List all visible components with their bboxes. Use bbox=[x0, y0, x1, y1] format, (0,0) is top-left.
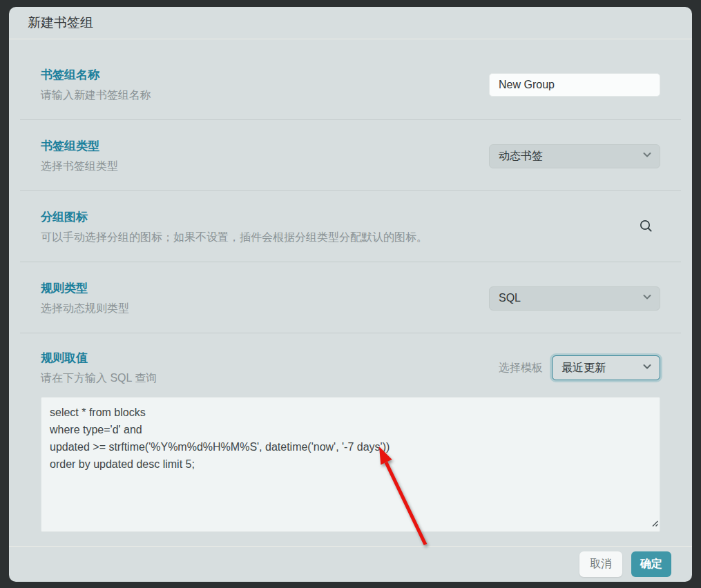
field-row-group-name: 书签组名称 请输入新建书签组名称 bbox=[20, 49, 681, 120]
group-type-select[interactable]: 动态书签 bbox=[489, 144, 660, 168]
sql-query-textarea[interactable]: select * from blocks where type='d' and … bbox=[41, 397, 660, 532]
field-desc-group-icon: 可以手动选择分组的图标；如果不设置，插件会根据分组类型分配默认的图标。 bbox=[41, 231, 619, 245]
chevron-down-icon bbox=[642, 291, 653, 305]
search-icon bbox=[639, 219, 653, 236]
field-label-rule-value: 规则取值 bbox=[41, 350, 482, 366]
dialog-body: 书签组名称 请输入新建书签组名称 书签组类型 选择书签组类型 动态书签 分组图标… bbox=[9, 39, 692, 546]
dialog-title: 新建书签组 bbox=[28, 14, 93, 32]
field-text-rule-type: 规则类型 选择动态规则类型 bbox=[41, 280, 489, 316]
confirm-button[interactable]: 确定 bbox=[631, 551, 671, 577]
group-name-input[interactable] bbox=[489, 73, 660, 97]
field-label-group-type: 书签组类型 bbox=[41, 138, 472, 154]
chevron-down-icon bbox=[642, 361, 653, 375]
field-desc-rule-type: 选择动态规则类型 bbox=[41, 302, 472, 316]
template-picker-label: 选择模板 bbox=[499, 361, 543, 375]
field-desc-group-name: 请输入新建书签组名称 bbox=[41, 88, 472, 103]
rule-value-head: 规则取值 请在下方输入 SQL 查询 选择模板 最近更新 bbox=[41, 350, 660, 386]
field-row-rule-type: 规则类型 选择动态规则类型 SQL bbox=[20, 262, 681, 333]
field-desc-group-type: 选择书签组类型 bbox=[41, 159, 472, 174]
field-text-rule-value: 规则取值 请在下方输入 SQL 查询 bbox=[41, 350, 499, 386]
field-label-group-icon: 分组图标 bbox=[41, 209, 619, 225]
rule-type-select[interactable]: SQL bbox=[489, 286, 660, 311]
sql-editor-wrap: select * from blocks where type='d' and … bbox=[41, 397, 660, 532]
field-row-rule-value: 规则取值 请在下方输入 SQL 查询 选择模板 最近更新 select * fr… bbox=[20, 333, 681, 532]
chevron-down-icon bbox=[642, 149, 653, 163]
template-picker-group: 选择模板 最近更新 bbox=[499, 355, 660, 380]
field-label-rule-type: 规则类型 bbox=[41, 280, 472, 296]
field-row-group-type: 书签组类型 选择书签组类型 动态书签 bbox=[20, 120, 681, 191]
field-text-group-type: 书签组类型 选择书签组类型 bbox=[41, 138, 489, 174]
field-label-group-name: 书签组名称 bbox=[41, 67, 472, 83]
dialog-footer: 取消 确定 bbox=[9, 546, 692, 582]
field-row-group-icon: 分组图标 可以手动选择分组的图标；如果不设置，插件会根据分组类型分配默认的图标。 bbox=[20, 191, 681, 262]
field-desc-rule-value: 请在下方输入 SQL 查询 bbox=[41, 371, 482, 386]
dialog-header: 新建书签组 bbox=[9, 7, 692, 39]
group-type-select-value: 动态书签 bbox=[499, 149, 543, 164]
icon-picker-button[interactable] bbox=[635, 217, 656, 237]
field-text-group-icon: 分组图标 可以手动选择分组的图标；如果不设置，插件会根据分组类型分配默认的图标。 bbox=[41, 209, 635, 245]
field-text-group-name: 书签组名称 请输入新建书签组名称 bbox=[41, 67, 489, 103]
cancel-button[interactable]: 取消 bbox=[579, 551, 622, 577]
new-bookmark-group-dialog: 新建书签组 书签组名称 请输入新建书签组名称 书签组类型 选择书签组类型 动态书… bbox=[9, 7, 692, 582]
rule-type-select-value: SQL bbox=[499, 292, 521, 304]
template-select-value: 最近更新 bbox=[561, 361, 606, 375]
template-select[interactable]: 最近更新 bbox=[552, 355, 660, 380]
